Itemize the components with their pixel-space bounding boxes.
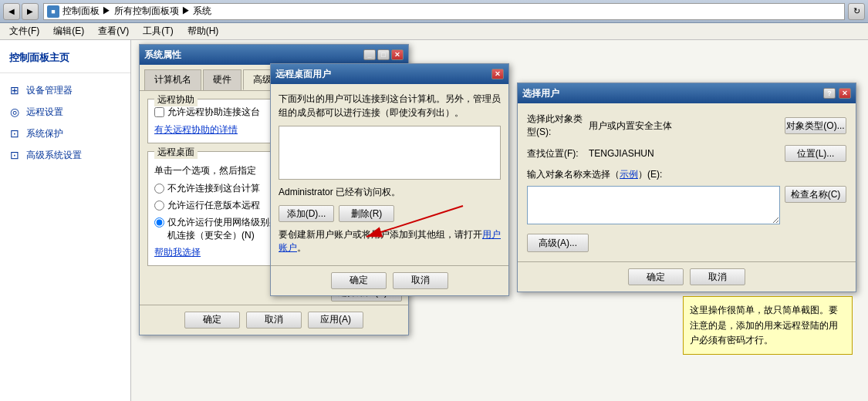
- menu-view[interactable]: 查看(V): [92, 23, 135, 39]
- address-text: 控制面板 ▶ 所有控制面板项 ▶ 系统: [62, 5, 211, 18]
- sidebar-item-device-manager[interactable]: ⊞ 设备管理器: [0, 79, 130, 101]
- rdu-action-buttons: 添加(D)... 删除(R): [279, 205, 501, 222]
- sidebar-title: 控制面板主页: [0, 46, 130, 73]
- object-type-value: 用户或内置安全主体: [589, 120, 780, 133]
- su-close-button[interactable]: ✕: [839, 88, 851, 99]
- remote-settings-icon: ◎: [8, 105, 22, 119]
- su-cancel-button[interactable]: 取消: [690, 268, 745, 285]
- sidebar-item-remote-settings[interactable]: ◎ 远程设置: [0, 101, 130, 123]
- content-area: 系统属性 _ □ ✕ 计算机名 硬件 高级 远程协助 允许远程协助连接这: [131, 40, 868, 401]
- rdu-content: 下面列出的用户可以连接到这台计算机。另外，管理员组的成员都可以进行连接（即使没有…: [271, 84, 508, 265]
- rdu-cancel-button[interactable]: 取消: [393, 272, 448, 289]
- menu-tools[interactable]: 工具(T): [137, 23, 179, 39]
- object-type-row: 选择此对象类型(S): 用户或内置安全主体 对象类型(O)...: [527, 113, 846, 139]
- refresh-button[interactable]: ↻: [848, 3, 865, 20]
- rdu-bottom-buttons: 确定 取消: [271, 265, 508, 295]
- menu-bar: 文件(F) 编辑(E) 查看(V) 工具(T) 帮助(H): [0, 23, 868, 40]
- su-bottom-buttons: 确定 取消: [518, 261, 856, 291]
- remote-assist-checkbox[interactable]: [154, 107, 164, 117]
- maximize-button[interactable]: □: [377, 49, 390, 60]
- advanced-settings-icon: ⊡: [8, 148, 22, 162]
- minimize-button[interactable]: _: [363, 49, 376, 60]
- remote-assist-checkbox-text: 允许远程协助连接这台: [167, 106, 260, 119]
- system-props-title: 系统属性: [144, 49, 363, 62]
- user-accounts-link[interactable]: 用户账户: [279, 229, 501, 253]
- back-button[interactable]: ◀: [3, 3, 20, 20]
- rdu-description: 下面列出的用户可以连接到这台计算机。另外，管理员组的成员都可以进行连接（即使没有…: [279, 92, 501, 120]
- main-layout: 控制面板主页 ⊞ 设备管理器 ◎ 远程设置 ⊡ 系统保护 ⊡ 高级系统设置 系统…: [0, 40, 868, 401]
- rdu-remove-button[interactable]: 删除(R): [339, 205, 394, 222]
- check-names-button[interactable]: 检查名称(C): [785, 186, 846, 203]
- address-bar[interactable]: ■ 控制面板 ▶ 所有控制面板项 ▶ 系统: [43, 3, 845, 20]
- close-button[interactable]: ✕: [391, 49, 404, 60]
- rdu-title: 远程桌面用户: [275, 68, 491, 81]
- sidebar-item-label-system-protection: 系统保护: [26, 127, 63, 140]
- radio-no-connection[interactable]: [154, 184, 164, 194]
- su-help-button[interactable]: ?: [823, 88, 836, 99]
- ok-button[interactable]: 确定: [184, 312, 240, 329]
- input-label: 输入对象名称来选择（示例）(E):: [527, 169, 662, 180]
- menu-file[interactable]: 文件(F): [3, 23, 46, 39]
- select-users-title-bar: 选择用户 ? ✕: [518, 83, 856, 103]
- rdu-title-bar: 远程桌面用户 ✕: [271, 64, 508, 84]
- rdu-dialog: 远程桌面用户 ✕ 下面列出的用户可以连接到这台计算机。另外，管理员组的成员都可以…: [270, 63, 509, 296]
- tab-hardware[interactable]: 硬件: [203, 69, 241, 90]
- select-users-dialog: 选择用户 ? ✕ 选择此对象类型(S): 用户或内置安全主体 对象类型(O)..…: [517, 83, 856, 292]
- dialog-controls: _ □ ✕: [363, 49, 404, 60]
- sidebar-item-label-device-manager: 设备管理器: [26, 84, 73, 97]
- location-button[interactable]: 位置(L)...: [785, 145, 846, 162]
- radio-label-0: 不允许连接到这台计算: [167, 182, 260, 195]
- input-label-row: 输入对象名称来选择（示例）(E):: [527, 168, 846, 181]
- object-name-input[interactable]: [527, 186, 780, 224]
- select-users-title: 选择用户: [522, 87, 823, 100]
- rdu-user-list: [279, 126, 501, 180]
- rdu-add-button[interactable]: 添加(D)...: [279, 205, 334, 222]
- remote-assist-link[interactable]: 有关远程协助的详情: [154, 124, 238, 135]
- remote-desktop-label: 远程桌面: [154, 146, 198, 159]
- radio-any-version[interactable]: [154, 200, 164, 211]
- sidebar-item-label-remote-settings: 远程设置: [26, 106, 63, 119]
- system-props-title-bar: 系统属性 _ □ ✕: [140, 45, 408, 65]
- location-value: TENGJIASHUN: [589, 148, 780, 159]
- rdu-ok-button[interactable]: 确定: [331, 272, 387, 289]
- radio-nla-only[interactable]: [154, 217, 164, 227]
- rdu-bottom-text: 要创建新用户账户或将用户添加到其他组，请打开用户账户。: [279, 228, 501, 254]
- object-type-button[interactable]: 对象类型(O)...: [785, 117, 846, 134]
- sidebar-item-system-protection[interactable]: ⊡ 系统保护: [0, 123, 130, 144]
- menu-edit[interactable]: 编辑(E): [47, 23, 90, 39]
- nav-buttons: ◀ ▶: [3, 3, 39, 20]
- remote-assist-label: 远程协助: [154, 93, 198, 106]
- su-ok-button[interactable]: 确定: [628, 268, 684, 285]
- rdu-dialog-controls: ✕: [491, 69, 504, 79]
- system-props-bottom-buttons: 确定 取消 应用(A): [140, 305, 408, 335]
- rdu-admin-text: Administrator 已经有访问权。: [279, 186, 501, 199]
- system-protection-icon: ⊡: [8, 126, 22, 140]
- rdu-close-button[interactable]: ✕: [491, 69, 504, 79]
- advanced-button[interactable]: 高级(A)...: [527, 234, 589, 252]
- apply-button[interactable]: 应用(A): [308, 312, 363, 329]
- sidebar-item-label-advanced-settings: 高级系统设置: [26, 149, 82, 162]
- advanced-row: 高级(A)...: [527, 234, 846, 252]
- annotation-box: 这里操作很简单，故只简单截图。要注意的是，添加的用来远程登陆的用户必须有密码才行…: [683, 296, 853, 355]
- select-users-content: 选择此对象类型(S): 用户或内置安全主体 对象类型(O)... 查找位置(F)…: [518, 103, 856, 261]
- location-label: 查找位置(F):: [527, 147, 589, 160]
- menu-help[interactable]: 帮助(H): [181, 23, 225, 39]
- location-row: 查找位置(F): TENGJIASHUN 位置(L)...: [527, 145, 846, 162]
- tab-computer-name[interactable]: 计算机名: [144, 69, 201, 90]
- example-link[interactable]: 示例: [620, 169, 638, 180]
- input-row: 检查名称(C): [527, 186, 846, 227]
- address-icon: ■: [47, 5, 59, 18]
- object-type-label: 选择此对象类型(S):: [527, 113, 589, 139]
- sidebar-item-advanced-settings[interactable]: ⊡ 高级系统设置: [0, 144, 130, 166]
- title-bar: ◀ ▶ ■ 控制面板 ▶ 所有控制面板项 ▶ 系统 ↻: [0, 0, 868, 23]
- sidebar: 控制面板主页 ⊞ 设备管理器 ◎ 远程设置 ⊡ 系统保护 ⊡ 高级系统设置: [0, 40, 131, 401]
- su-dialog-controls: ? ✕: [823, 88, 851, 99]
- annotation-text: 这里操作很简单，故只简单截图。要注意的是，添加的用来远程登陆的用户必须有密码才行…: [690, 305, 838, 345]
- device-manager-icon: ⊞: [8, 83, 22, 97]
- radio-label-1: 允许运行任意版本远程: [167, 199, 260, 212]
- forward-button[interactable]: ▶: [22, 3, 39, 20]
- cancel-button[interactable]: 取消: [246, 312, 302, 329]
